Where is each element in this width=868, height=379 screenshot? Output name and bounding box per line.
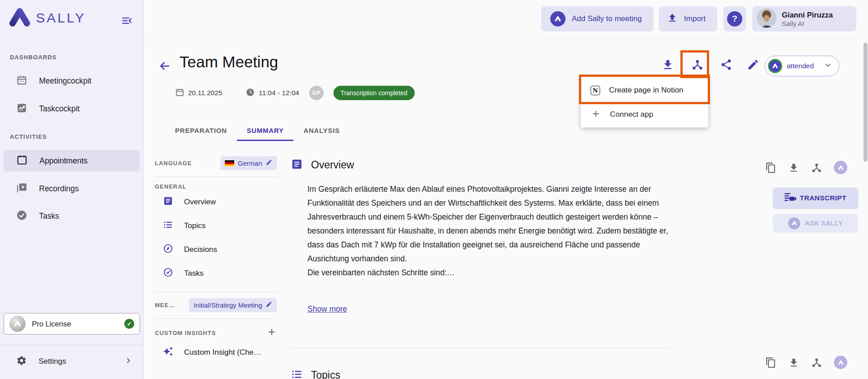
language-label: LANGUAGE	[155, 160, 192, 167]
document-icon	[163, 196, 173, 208]
connect-hub-icon[interactable]	[691, 58, 704, 71]
add-sally-label: Add Sally to meeting	[572, 14, 642, 23]
user-name: Gianni Piruzza	[782, 10, 833, 20]
edit-pencil-icon[interactable]	[747, 58, 759, 71]
share-icon[interactable]	[720, 58, 732, 71]
sidebar-item-label: Appointments	[39, 156, 88, 166]
divider	[155, 176, 277, 177]
status-badge: Transcription completed	[333, 86, 415, 100]
chevron-right-icon	[124, 356, 133, 367]
tab-analysis[interactable]: ANALYSIS	[294, 121, 350, 141]
section-label-dashboards: DASHBOARDS	[10, 54, 57, 61]
connect-app-menu: N Create page in Notion Connect app	[581, 77, 708, 128]
download-icon[interactable]	[662, 58, 674, 71]
brand-name: SALLY	[36, 10, 86, 26]
sidebar: SALLY DASHBOARDS Meetingcockpit Taskcock…	[0, 0, 144, 379]
collapse-sidebar-icon[interactable]	[121, 14, 133, 27]
sidebar-item-recordings[interactable]: Recordings	[4, 178, 140, 199]
summary-nav-decisions[interactable]: Decisions	[155, 238, 277, 261]
sidebar-item-tasks[interactable]: Tasks	[4, 205, 140, 227]
avatar	[757, 8, 776, 30]
sally-logo-silver-icon	[9, 316, 26, 332]
participant-avatar[interactable]: GP	[309, 86, 324, 100]
general-label: GENERAL	[155, 183, 277, 190]
meeting-type-chip[interactable]: Initial/Strategy Meeting	[189, 298, 277, 312]
language-value: German	[238, 159, 262, 167]
plus-icon	[591, 109, 601, 121]
summary-nav-topics[interactable]: Topics	[155, 214, 277, 238]
list-icon	[291, 368, 303, 379]
help-button[interactable]: ?	[723, 6, 746, 31]
calendar-icon	[175, 88, 184, 99]
sally-action-icon[interactable]	[834, 356, 847, 369]
sidebar-item-taskcockpit[interactable]: Taskcockpit	[4, 98, 140, 119]
ask-sally-button[interactable]: ASK SALLY	[773, 214, 858, 233]
meeting-type-value: Initial/Strategy Meeting	[193, 301, 262, 309]
scrollbar[interactable]	[864, 40, 868, 377]
user-subtitle: Sally AI	[782, 20, 833, 27]
download-icon[interactable]	[788, 162, 799, 173]
question-mark-icon: ?	[727, 11, 742, 26]
page-title: Team Meeting	[180, 53, 278, 71]
add-insight-plus-icon[interactable]	[267, 327, 277, 339]
divider	[155, 291, 277, 292]
sally-action-icon[interactable]	[834, 161, 847, 174]
section-divider	[289, 348, 670, 348]
menu-item-create-notion-page[interactable]: N Create page in Notion	[581, 78, 708, 102]
meeting-type-label: MEE…	[155, 302, 175, 308]
transcript-icon	[785, 192, 796, 204]
menu-item-label: Create page in Notion	[609, 86, 683, 95]
download-icon[interactable]	[788, 357, 799, 368]
settings-label: Settings	[39, 357, 112, 366]
license-verified-icon: ✓	[124, 319, 134, 329]
clock-icon	[245, 88, 255, 99]
copy-icon[interactable]	[765, 357, 776, 368]
back-arrow-icon[interactable]	[158, 59, 171, 73]
german-flag-icon	[225, 160, 234, 166]
overview-tools	[765, 161, 847, 174]
connect-hub-icon[interactable]	[811, 357, 822, 368]
sidebar-item-label: Meetingcockpit	[39, 76, 92, 86]
show-more-link[interactable]: Show more	[307, 304, 347, 314]
edit-pencil-icon	[266, 159, 272, 167]
summary-nav-overview[interactable]: Overview	[155, 190, 277, 214]
pro-license-card[interactable]: Pro License ✓	[4, 313, 140, 335]
sally-logo-icon	[788, 217, 800, 229]
add-sally-to-meeting-button[interactable]: Add Sally to meeting	[541, 6, 653, 31]
custom-insights-label: CUSTOM INSIGHTS	[155, 330, 216, 336]
sidebar-item-meetingcockpit[interactable]: Meetingcockpit	[4, 70, 140, 92]
copy-icon[interactable]	[765, 162, 776, 173]
attendance-dropdown[interactable]: attended	[765, 56, 839, 76]
section-label-activities: ACTIVITIES	[10, 133, 47, 140]
summary-nav-tasks[interactable]: Tasks	[155, 261, 277, 285]
sidebar-item-appointments[interactable]: Appointments	[4, 150, 140, 172]
sally-attended-icon	[768, 59, 782, 73]
user-profile[interactable]: Gianni Piruzza Sally AI	[752, 6, 856, 31]
sidebar-item-settings[interactable]: Settings	[4, 350, 140, 373]
document-icon	[291, 158, 303, 172]
calendar-dots-icon	[16, 75, 27, 88]
summary-nav-custom-insight[interactable]: Custom Insight (Che…	[155, 340, 277, 364]
video-library-icon	[16, 182, 27, 195]
sidebar-item-label: Tasks	[39, 212, 59, 221]
chevron-down-icon	[824, 61, 833, 71]
language-chip[interactable]: German	[220, 156, 277, 170]
tab-summary[interactable]: SUMMARY	[237, 121, 294, 141]
scrollbar-thumb[interactable]	[864, 43, 868, 162]
connect-hub-icon[interactable]	[811, 162, 822, 173]
compass-icon	[163, 243, 173, 256]
trend-chart-icon	[16, 102, 27, 115]
sally-logo-icon	[8, 7, 31, 29]
notion-icon: N	[591, 86, 600, 95]
check-circle-icon	[16, 210, 27, 223]
sally-logo-icon	[550, 11, 566, 26]
import-button[interactable]: Import	[659, 6, 717, 31]
menu-item-connect-app[interactable]: Connect app	[581, 102, 708, 127]
tab-preparation[interactable]: PREPARATION	[165, 121, 237, 141]
sidebar-item-label: Recordings	[39, 184, 79, 194]
transcript-button[interactable]: TRANSCRIPT	[773, 188, 858, 208]
meeting-meta: 20.11.2025 11:04 - 12:04 GP Transcriptio…	[175, 85, 415, 101]
license-label: Pro License	[32, 320, 118, 328]
overview-heading: Overview	[291, 158, 354, 172]
task-check-icon	[163, 267, 173, 279]
